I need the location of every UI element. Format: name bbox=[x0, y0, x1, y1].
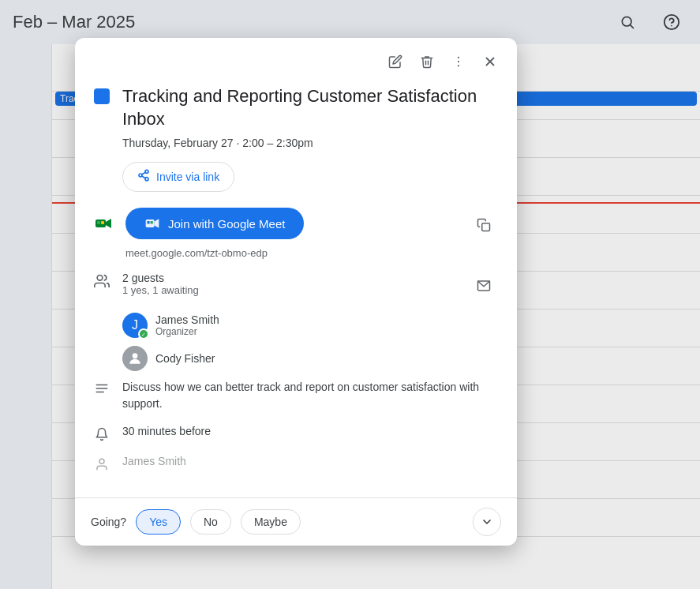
join-meet-button[interactable]: Join with Google Meet bbox=[125, 208, 304, 239]
more-options-button[interactable] bbox=[444, 47, 473, 76]
popup-body: Tracking and Reporting Customer Satisfac… bbox=[75, 82, 517, 497]
rsvp-footer: Going? Yes No Maybe bbox=[75, 497, 517, 546]
guest-info-cody: Cody Fisher bbox=[155, 352, 215, 365]
meet-content: Join with Google Meet meet.google.com/tz… bbox=[125, 208, 457, 259]
invite-btn-label: Invite via link bbox=[156, 171, 219, 183]
guests-section: 2 guests 1 yes, 1 awaiting bbox=[94, 272, 498, 300]
popup-toolbar bbox=[75, 38, 517, 82]
reminder-section: 30 minutes before bbox=[94, 425, 498, 442]
reminder-text: 30 minutes before bbox=[122, 425, 498, 437]
email-guests-button[interactable] bbox=[470, 272, 498, 300]
svg-marker-19 bbox=[155, 219, 159, 228]
avatar-james: J bbox=[122, 313, 148, 338]
svg-marker-15 bbox=[106, 219, 111, 228]
meet-link: meet.google.com/tzt-obmo-edp bbox=[125, 247, 457, 259]
svg-point-23 bbox=[97, 276, 103, 281]
description-icon bbox=[94, 381, 110, 396]
copy-link-button[interactable] bbox=[470, 211, 498, 239]
check-badge bbox=[138, 328, 149, 340]
event-detail-popup: Tracking and Reporting Customer Satisfac… bbox=[75, 38, 517, 546]
google-meet-icon bbox=[94, 214, 113, 233]
organizer-icon bbox=[94, 456, 110, 472]
organizer-section: James Smith bbox=[94, 455, 498, 472]
organizer-content: James Smith bbox=[122, 455, 498, 467]
svg-point-25 bbox=[133, 354, 138, 359]
rsvp-no-button[interactable]: No bbox=[190, 509, 231, 535]
event-color-dot bbox=[94, 88, 110, 104]
share-icon bbox=[137, 169, 150, 185]
reminder-icon bbox=[94, 426, 110, 442]
svg-line-13 bbox=[142, 173, 146, 175]
delete-button[interactable] bbox=[413, 47, 441, 76]
edit-button[interactable] bbox=[381, 47, 410, 76]
meet-btn-label: Join with Google Meet bbox=[168, 217, 285, 231]
event-datetime: Thursday, February 27 · 2:00 – 2:30pm bbox=[122, 137, 498, 149]
event-title-row: Tracking and Reporting Customer Satisfac… bbox=[94, 85, 498, 130]
rsvp-yes-button[interactable]: Yes bbox=[136, 509, 181, 535]
meet-section: Join with Google Meet meet.google.com/tz… bbox=[94, 208, 498, 259]
svg-point-29 bbox=[99, 459, 104, 463]
svg-rect-22 bbox=[482, 223, 490, 231]
avatar-cody bbox=[122, 346, 148, 371]
avatar-initials: J bbox=[132, 318, 138, 332]
svg-rect-14 bbox=[95, 219, 106, 227]
organizer-name: James Smith bbox=[122, 455, 498, 467]
going-label: Going? bbox=[91, 516, 126, 528]
reminder-content: 30 minutes before bbox=[122, 425, 498, 437]
svg-rect-21 bbox=[151, 221, 153, 223]
description-section: Discuss how we can better track and repo… bbox=[94, 379, 498, 412]
svg-rect-16 bbox=[97, 221, 100, 224]
guests-status: 1 yes, 1 awaiting bbox=[122, 284, 457, 296]
guest-name-james: James Smith bbox=[155, 313, 219, 326]
guests-content: 2 guests 1 yes, 1 awaiting bbox=[122, 272, 457, 296]
svg-point-5 bbox=[458, 61, 459, 62]
svg-line-12 bbox=[142, 176, 146, 178]
close-button[interactable] bbox=[476, 47, 504, 76]
description-content: Discuss how we can better track and repo… bbox=[122, 379, 498, 412]
event-description: Discuss how we can better track and repo… bbox=[122, 379, 498, 412]
guest-row-james: J James Smith Organizer bbox=[122, 313, 498, 338]
guest-info-james: James Smith Organizer bbox=[155, 313, 219, 337]
event-title: Tracking and Reporting Customer Satisfac… bbox=[122, 85, 498, 130]
svg-point-4 bbox=[458, 57, 459, 58]
svg-rect-17 bbox=[101, 221, 104, 224]
guests-count: 2 guests bbox=[122, 272, 457, 284]
svg-rect-18 bbox=[146, 219, 155, 227]
guest-row-cody: Cody Fisher bbox=[122, 346, 498, 371]
guests-icon bbox=[94, 273, 110, 289]
guest-name-cody: Cody Fisher bbox=[155, 352, 215, 365]
svg-point-6 bbox=[458, 65, 459, 66]
guest-role-james: Organizer bbox=[155, 326, 219, 337]
svg-rect-20 bbox=[147, 221, 149, 223]
rsvp-maybe-button[interactable]: Maybe bbox=[241, 509, 301, 535]
invite-via-link-button[interactable]: Invite via link bbox=[122, 162, 234, 192]
expand-rsvp-button[interactable] bbox=[473, 508, 501, 536]
